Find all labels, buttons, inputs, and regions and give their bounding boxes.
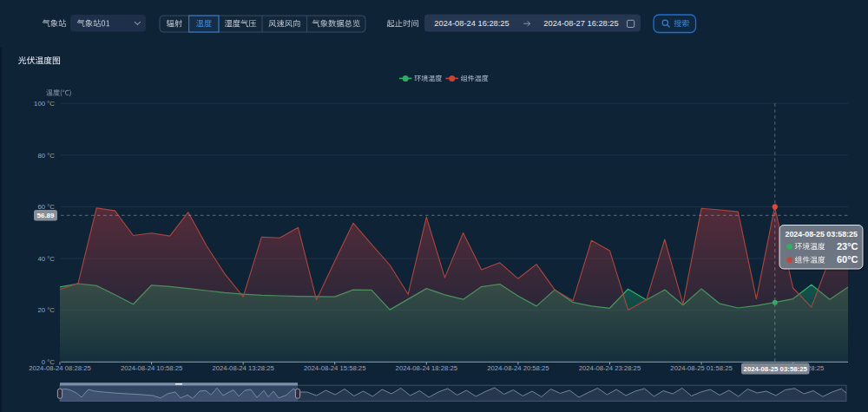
svg-text:100 °C: 100 °C <box>34 100 55 108</box>
svg-text:2024-08-25 03:58:25: 2024-08-25 03:58:25 <box>786 230 858 239</box>
svg-text:23°C: 23°C <box>837 241 858 252</box>
svg-text:2024-08-24 10:58:25: 2024-08-24 10:58:25 <box>121 364 182 372</box>
svg-text:80 °C: 80 °C <box>37 152 55 160</box>
svg-text:2024-08-25 03:58:25: 2024-08-25 03:58:25 <box>744 365 808 373</box>
svg-text:2024-08-24 13:28:25: 2024-08-24 13:28:25 <box>212 364 273 372</box>
svg-text:2024-08-24 18:28:25: 2024-08-24 18:28:25 <box>396 364 457 372</box>
svg-text:2024-08-24 20:58:25: 2024-08-24 20:58:25 <box>487 364 549 372</box>
svg-text:2024-08-25 01:58:25: 2024-08-25 01:58:25 <box>670 364 732 372</box>
svg-text:20 °C: 20 °C <box>37 306 55 314</box>
svg-text:60 °C: 60 °C <box>37 203 55 211</box>
svg-text:2024-08-24 15:58:25: 2024-08-24 15:58:25 <box>304 364 365 372</box>
svg-text:2024-08-24 16:28:25: 2024-08-24 16:28:25 <box>434 19 509 28</box>
svg-text:56.89: 56.89 <box>36 212 55 219</box>
svg-text:40 °C: 40 °C <box>37 255 55 263</box>
svg-text:2024-08-27 16:28:25: 2024-08-27 16:28:25 <box>543 19 618 28</box>
svg-text:60°C: 60°C <box>837 254 858 265</box>
svg-text:2024-08-24 23:28:25: 2024-08-24 23:28:25 <box>579 364 641 372</box>
svg-text:2024-08-24 08:28:25: 2024-08-24 08:28:25 <box>29 364 90 372</box>
